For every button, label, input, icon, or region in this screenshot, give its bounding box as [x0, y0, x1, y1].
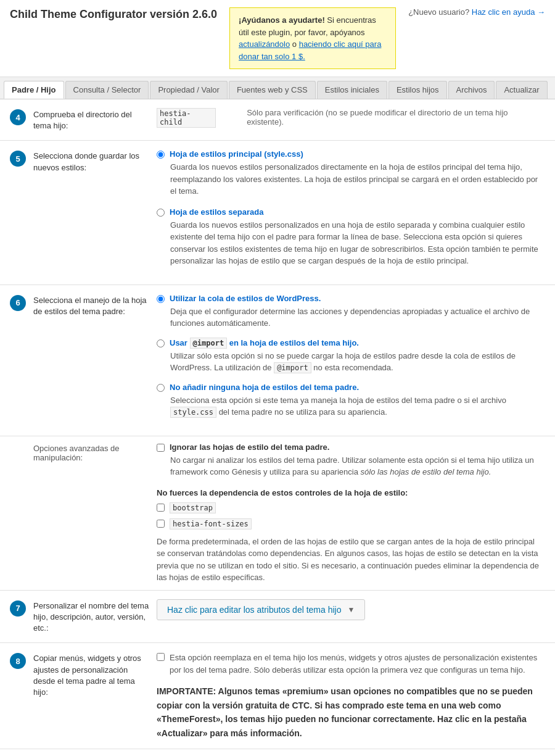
notice-box: ¡Ayúdanos a ayudarte! Si encuentras útil…: [229, 7, 396, 69]
help-prefix: ¿Nuevo usuario?: [408, 7, 469, 17]
tab-archivos[interactable]: Archivos: [448, 81, 495, 99]
import-code2: @import: [274, 362, 311, 373]
step-5-option2-title: Hoja de estilos separada: [170, 207, 263, 217]
advanced-label: Opciones avanzadas de manipulación:: [33, 444, 157, 462]
edit-attributes-button[interactable]: Haz clic para editar los atributos del t…: [157, 599, 365, 620]
hestia-font-sizes-code: hestia-font-sizes: [170, 518, 252, 530]
tab-consulta-selector[interactable]: Consulta / Selector: [65, 81, 149, 99]
step-5-label: Selecciona donde guardar los nuevos esti…: [33, 151, 157, 173]
no-force-label: No fuerces la dependencia de estos contr…: [157, 488, 545, 497]
step-8-content: Esta opción reemplaza en el tema hijo lo…: [157, 652, 545, 740]
step-5-content: Hoja de estilos principal (style.css) Gu…: [157, 149, 545, 276]
step-7-row: 7 Personalizar el nombre del tema hijo, …: [0, 591, 555, 644]
step-5-radio2[interactable]: [157, 209, 165, 217]
advanced-row: Opciones avanzadas de manipulación: Igno…: [0, 436, 555, 591]
step-5-option1: Hoja de estilos principal (style.css) Gu…: [157, 149, 545, 197]
header: Child Theme Configurator versión 2.6.0 ¡…: [0, 0, 555, 77]
directory-value: hestia-child: [157, 108, 216, 128]
step-7-content: Haz clic para editar los atributos del t…: [157, 599, 545, 620]
help-link[interactable]: Haz clic en ayuda →: [472, 7, 545, 17]
step-6-option1: Utilizar la cola de estilos de WordPress…: [157, 294, 545, 330]
step-6-option1-label[interactable]: Utilizar la cola de estilos de WordPress…: [157, 294, 545, 303]
advanced-cb3-input[interactable]: [157, 520, 165, 528]
step-4-label: Comprueba el directorio del tema hijo:: [33, 109, 157, 131]
step-8-row: 8 Copiar menús, widgets y otros ajustes …: [0, 643, 555, 749]
advanced-cb2-input[interactable]: [157, 504, 165, 512]
step-5-badge: 5: [10, 151, 26, 167]
tab-estilos-hijos[interactable]: Estilos hijos: [388, 81, 447, 99]
step-6-radio2[interactable]: [157, 339, 165, 347]
tab-actualizar[interactable]: Actualizar: [496, 81, 547, 99]
step-7-label: Personalizar el nombre del tema hijo, de…: [33, 600, 157, 634]
step-5-option2: Hoja de estilos separada Guarda los nuev…: [157, 207, 545, 267]
tab-fuentes-web[interactable]: Fuentes web y CSS: [229, 81, 316, 99]
no-force-section: No fuerces la dependencia de estos contr…: [157, 488, 545, 584]
import-code: @import: [190, 338, 228, 349]
tab-estilos-iniciales[interactable]: Estilos iniciales: [317, 81, 387, 99]
step-6-option1-title: Utilizar la cola de estilos de WordPress…: [170, 294, 321, 303]
step-4-note: Sólo para verificación (no se puede modi…: [228, 108, 545, 127]
step-5-option2-desc: Guarda los nuevos estilos personalizados…: [170, 219, 545, 267]
step-6-option2-desc: Utilizar sólo esta opción si no se puede…: [170, 350, 545, 374]
advanced-cb1-desc: No cargar ni analizar los estilos del te…: [170, 454, 545, 478]
tab-bar: Padre / Hijo Consulta / Selector Propied…: [0, 77, 555, 99]
step-8-checkbox: Esta opción reemplaza en el tema hijo lo…: [157, 652, 545, 676]
advanced-checkbox1-label[interactable]: Ignorar las hojas de estilo del tema pad…: [157, 442, 545, 452]
step-6-option2-label[interactable]: Usar @import en la hoja de estilos del t…: [157, 338, 545, 347]
advanced-checkbox2: bootstrap: [157, 502, 545, 513]
advanced-cb1-input[interactable]: [157, 444, 165, 452]
advanced-checkbox3: hestia-font-sizes: [157, 518, 545, 530]
step-6-option1-desc: Deja que el configurador determine las a…: [170, 305, 545, 330]
advanced-content: Ignorar las hojas de estilo del tema pad…: [157, 442, 545, 584]
step-5-option1-label[interactable]: Hoja de estilos principal (style.css): [157, 149, 545, 159]
app-title: Child Theme Configurator versión 2.6.0: [10, 7, 217, 22]
step-7-badge: 7: [10, 600, 26, 617]
step-6-option3-label[interactable]: No añadir ninguna hoja de estilos del te…: [157, 383, 545, 392]
step-6-option2: Usar @import en la hoja de estilos del t…: [157, 338, 545, 374]
step-8-badge: 8: [10, 653, 26, 669]
step-5-option1-title: Hoja de estilos principal (style.css): [170, 149, 303, 159]
step-6-radio1[interactable]: [157, 295, 165, 303]
chevron-down-icon: ▼: [347, 605, 355, 614]
step-6-row: 6 Selecciona el manejo de la hoja de est…: [0, 285, 555, 436]
step-5-option1-desc: Guarda los nuevos estilos personalizados…: [170, 161, 545, 197]
notice-link1[interactable]: actualizándolo: [239, 39, 290, 49]
step-6-option3-title: No añadir ninguna hoja de estilos del te…: [170, 383, 359, 392]
step-6-content: Utilizar la cola de estilos de WordPress…: [157, 294, 545, 427]
style-css-code: style.css: [170, 407, 216, 418]
step-5-row: 5 Selecciona donde guardar los nuevos es…: [0, 141, 555, 285]
notice-connector: o: [290, 39, 298, 49]
step-4-content: hestia-child Sólo para verificación (no …: [157, 108, 545, 128]
advanced-checkbox2-label[interactable]: bootstrap: [157, 502, 545, 513]
step-6-label: Selecciona el manejo de la hoja de estil…: [33, 295, 157, 317]
advanced-cb1-title: Ignorar las hojas de estilo del tema pad…: [170, 442, 329, 452]
advanced-checkbox3-label[interactable]: hestia-font-sizes: [157, 518, 545, 530]
help-section: ¿Nuevo usuario? Haz clic en ayuda →: [408, 7, 545, 17]
advanced-checkbox1: Ignorar las hojas de estilo del tema pad…: [157, 442, 545, 478]
step-6-option2-title: Usar @import en la hoja de estilos del t…: [170, 338, 359, 347]
edit-attributes-label: Haz clic para editar los atributos del t…: [167, 605, 341, 615]
order-desc: De forma predeterminada, el orden de las…: [157, 536, 545, 584]
step-5-option2-label[interactable]: Hoja de estilos separada: [157, 207, 545, 217]
tab-padre-hijo[interactable]: Padre / Hijo: [4, 81, 64, 99]
step-6-option3: No añadir ninguna hoja de estilos del te…: [157, 383, 545, 418]
step-8-important: IMPORTANTE: Algunos temas «premium» usan…: [157, 684, 545, 740]
step-8-label: Copiar menús, widgets y otros ajustes de…: [33, 653, 157, 698]
step-4-inner: hestia-child Sólo para verificación (no …: [157, 108, 545, 128]
step-8-checkbox-label[interactable]: Esta opción reemplaza en el tema hijo lo…: [157, 652, 545, 676]
step-8-cb-input[interactable]: [157, 653, 165, 661]
bootstrap-code: bootstrap: [170, 502, 216, 513]
step-9-row: 9 Hacer clic para ejecutar el configurad…: [0, 749, 555, 756]
main-content: 4 Comprueba el directorio del tema hijo:…: [0, 99, 555, 756]
tab-propiedad-valor[interactable]: Propiedad / Valor: [150, 81, 228, 99]
step-5-radio1[interactable]: [157, 151, 165, 159]
step-6-badge: 6: [10, 295, 26, 311]
step-6-option3-desc: Selecciona esta opción si este tema ya m…: [170, 394, 545, 418]
notice-bold: ¡Ayúdanos a ayudarte!: [239, 15, 325, 25]
step-6-radio3[interactable]: [157, 384, 165, 392]
step-4-row: 4 Comprueba el directorio del tema hijo:…: [0, 99, 555, 141]
step-4-badge: 4: [10, 109, 26, 125]
